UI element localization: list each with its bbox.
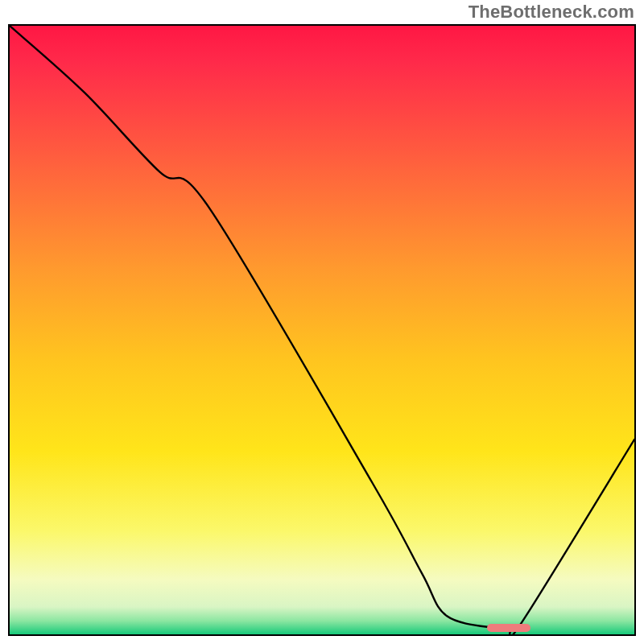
gradient-background: [10, 26, 634, 634]
optimal-marker: [487, 624, 531, 632]
watermark-text: TheBottleneck.com: [469, 2, 634, 23]
svg-rect-0: [10, 26, 634, 634]
chart-frame: TheBottleneck.com: [0, 0, 644, 644]
plot-area: [8, 24, 636, 636]
